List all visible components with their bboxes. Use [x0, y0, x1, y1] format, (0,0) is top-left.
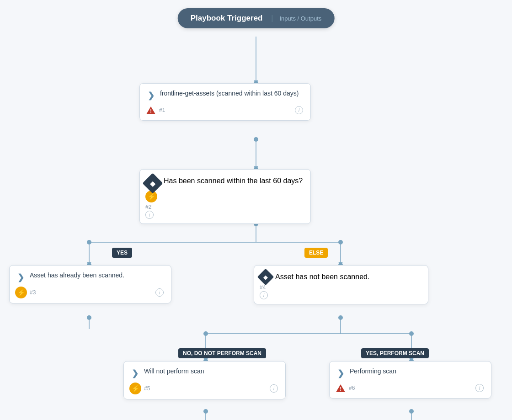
node-3-num: #3 [30, 289, 36, 296]
node-6-info-icon[interactable]: i [475, 384, 484, 392]
node-3-footer: ⚡ #3 i [15, 287, 164, 298]
node-3-header: ❯ Asset has already been scanned. [15, 271, 164, 283]
node-1-info-icon[interactable]: i [295, 106, 303, 114]
node-2-title: Has been scanned within the last 60 days… [164, 177, 303, 185]
node-5-info-icon[interactable]: i [270, 384, 278, 393]
node-5-footer-left: ⚡ #5 [129, 383, 150, 394]
node-3-title: Asset has already been scanned. [30, 271, 124, 280]
node-5-title: Will not perform scan [144, 367, 204, 376]
warning-badge: ! [145, 105, 156, 116]
svg-point-24 [338, 315, 343, 320]
chevron-icon-3: ❯ [17, 272, 24, 282]
node-6-title: Performing scan [350, 367, 396, 376]
svg-point-23 [87, 315, 91, 320]
node-3[interactable]: ❯ Asset has already been scanned. ⚡ #3 i [9, 265, 171, 303]
node-1[interactable]: ❯ frontline-get-assets (scanned within l… [139, 83, 311, 121]
node-4-info-icon[interactable]: i [260, 291, 268, 299]
node-6-footer-left: ! #6 [335, 383, 355, 393]
node-4-title: Asset has not been scanned. [275, 273, 369, 281]
node-5[interactable]: ❯ Will not perform scan ⚡ #5 i [123, 361, 286, 399]
svg-point-29 [203, 409, 208, 414]
node-6[interactable]: ❯ Performing scan ! #6 i [329, 361, 491, 399]
chevron-icon: ❯ [148, 90, 155, 101]
node-2-footer-left: ⚡ #2 [145, 191, 303, 211]
trigger-title: Playbook Triggered [191, 14, 263, 23]
svg-text:!: ! [340, 386, 341, 392]
svg-text:!: ! [150, 108, 152, 114]
node-1-footer: ! #1 i [145, 105, 303, 116]
node-1-num: #1 [159, 107, 165, 113]
node-3-icon: ❯ [15, 272, 26, 283]
node-5-icon: ❯ [129, 368, 140, 379]
node-4-footer: #4 i [260, 283, 421, 299]
node-2-footer: ⚡ #2 i [145, 191, 303, 219]
node-1-header: ❯ frontline-get-assets (scanned within l… [145, 89, 303, 101]
node-6-header: ❯ Performing scan [335, 367, 484, 379]
branch-yes-label: YES [112, 248, 132, 258]
node-2-info-icon[interactable]: i [145, 211, 154, 219]
node-4-header: ◆ Asset has not been scanned. [260, 271, 421, 283]
lightning-badge-3: ⚡ [15, 287, 27, 298]
node-2-header: ◆ Has been scanned within the last 60 da… [145, 175, 303, 191]
node-6-icon: ❯ [335, 368, 346, 379]
node-1-footer-left: ! #1 [145, 105, 165, 116]
node-4-footer-left: #4 [260, 283, 421, 291]
node-3-footer-left: ⚡ #3 [15, 287, 36, 298]
io-link[interactable]: Inputs / Outputs [272, 15, 321, 22]
node-5-num: #5 [144, 385, 150, 392]
node-1-title: frontline-get-assets (scanned within las… [160, 89, 299, 98]
node-3-info-icon[interactable]: i [155, 288, 164, 297]
branch-yes-scan-label: YES, PERFORM SCAN [361, 348, 429, 358]
chevron-icon-6: ❯ [337, 368, 344, 378]
branch-else-label: ELSE [304, 248, 328, 258]
svg-point-25 [203, 331, 208, 336]
node-2[interactable]: ◆ Has been scanned within the last 60 da… [139, 169, 311, 224]
trigger-node[interactable]: Playbook Triggered Inputs / Outputs [178, 8, 335, 28]
node-6-num: #6 [349, 385, 355, 391]
node-4[interactable]: ◆ Asset has not been scanned. #4 i [254, 265, 428, 304]
chevron-icon-5: ❯ [132, 368, 139, 378]
node-5-footer: ⚡ #5 i [129, 383, 278, 394]
node-1-icon: ❯ [145, 90, 156, 101]
node-6-footer: ! #6 i [335, 383, 484, 393]
warning-badge-6: ! [335, 383, 346, 393]
svg-point-16 [254, 137, 258, 142]
svg-point-26 [409, 331, 414, 336]
svg-point-20 [338, 240, 343, 245]
lightning-badge-5: ⚡ [129, 383, 141, 394]
branch-no-scan-label: NO, DO NOT PERFORM SCAN [178, 348, 266, 358]
node-4-num: #4 [260, 284, 266, 291]
node-5-header: ❯ Will not perform scan [129, 367, 278, 379]
node-2-num: #2 [145, 204, 151, 210]
svg-point-30 [409, 409, 414, 414]
svg-point-19 [87, 240, 91, 245]
flowchart-canvas: Playbook Triggered Inputs / Outputs ❯ fr… [0, 0, 512, 420]
